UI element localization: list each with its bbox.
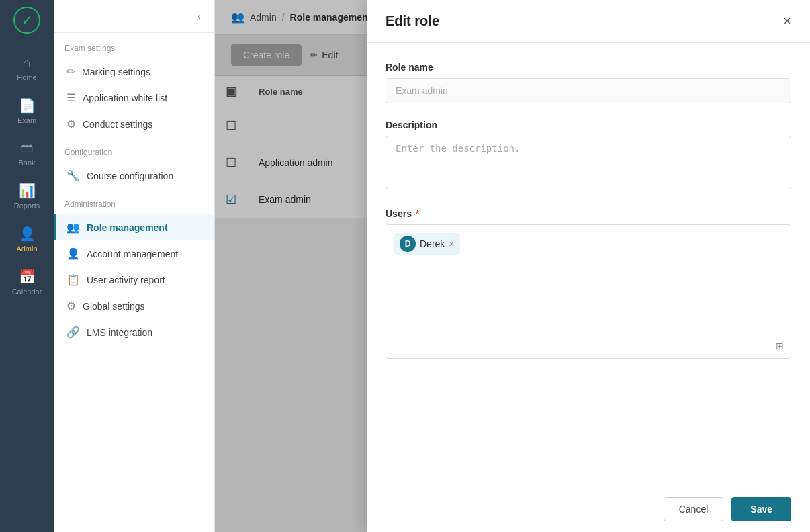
modal-overlay: Edit role × Role name Description (215, 0, 810, 532)
calendar-icon: 📅 (19, 269, 36, 285)
link-icon: 🔗 (66, 326, 80, 339)
user-tag-derek: D Derek × (394, 233, 460, 255)
role-name-label: Role name (386, 62, 791, 73)
modal-footer: Cancel Save (367, 486, 810, 532)
save-button[interactable]: Save (731, 497, 791, 521)
sidebar-section-label-exam: Exam settings (54, 33, 214, 58)
main-content: 👥 Admin / Role management Create role ✏ … (215, 0, 810, 532)
nav-label-admin: Admin (16, 245, 37, 253)
cancel-button[interactable]: Cancel (664, 497, 724, 521)
nav-label-reports: Reports (14, 202, 40, 210)
nav-label-calendar: Calendar (12, 287, 42, 296)
nav-item-admin[interactable]: 👤 Admin (0, 218, 54, 261)
nav-item-home[interactable]: ⌂ Home (0, 47, 54, 89)
users-field[interactable]: D Derek × ⊞ (386, 224, 791, 359)
sidebar-item-conduct-settings[interactable]: ⚙ Conduct settings (54, 111, 214, 137)
bank-icon: 🗃 (20, 140, 34, 156)
admin-icon: 👤 (19, 226, 36, 242)
modal-close-button[interactable]: × (783, 13, 791, 29)
avatar-derek: D (400, 236, 416, 252)
home-icon: ⌂ (23, 55, 31, 71)
users-icon: 👥 (66, 221, 80, 234)
nav-item-calendar[interactable]: 📅 Calendar (0, 261, 54, 304)
nav-label-bank: Bank (18, 159, 35, 167)
user-icon: 👤 (66, 247, 80, 260)
sidebar: ‹ Exam settings ✏ Marking settings ☰ App… (54, 0, 215, 532)
nav-label-home: Home (17, 73, 36, 81)
exam-icon: 📄 (19, 97, 36, 114)
sidebar-section-configuration: Configuration 🔧 Course configuration (54, 137, 214, 189)
sidebar-header: ‹ (54, 0, 214, 33)
app-logo: ✓ (13, 7, 40, 34)
sidebar-section-label-admin: Administration (54, 189, 214, 214)
sidebar-item-global-settings[interactable]: ⚙ Global settings (54, 293, 214, 319)
sidebar-item-role-management[interactable]: 👥 Role management (54, 214, 214, 240)
form-group-description: Description (386, 120, 791, 192)
sidebar-section-administration: Administration 👥 Role management 👤 Accou… (54, 189, 214, 345)
wrench-icon: 🔧 (66, 169, 80, 182)
description-label: Description (386, 120, 791, 130)
report-icon: 📋 (66, 273, 80, 286)
role-name-input[interactable] (386, 78, 791, 103)
list-icon: ☰ (66, 91, 76, 104)
description-textarea[interactable] (386, 136, 791, 189)
sidebar-item-application-white-list[interactable]: ☰ Application white list (54, 85, 214, 111)
reports-icon: 📊 (19, 183, 36, 199)
sidebar-item-user-activity-report[interactable]: 📋 User activity report (54, 267, 214, 293)
edit-role-panel: Edit role × Role name Description (367, 0, 810, 532)
nav-bar: ✓ ⌂ Home 📄 Exam 🗃 Bank 📊 Reports 👤 Admin… (0, 0, 54, 532)
modal-body: Role name Description Users * (367, 43, 810, 486)
nav-item-reports[interactable]: 📊 Reports (0, 175, 54, 218)
users-required-star: * (416, 208, 419, 219)
sidebar-item-account-management[interactable]: 👤 Account management (54, 240, 214, 267)
sidebar-item-lms-integration[interactable]: 🔗 LMS integration (54, 319, 214, 345)
user-tag-remove-derek[interactable]: × (449, 238, 454, 249)
form-group-role-name: Role name (386, 62, 791, 103)
nav-item-bank[interactable]: 🗃 Bank (0, 132, 54, 175)
nav-label-exam: Exam (17, 116, 36, 124)
settings-icon: ⚙ (66, 300, 76, 312)
users-field-expand-icon: ⊞ (776, 341, 784, 351)
pencil-icon: ✏ (66, 65, 75, 78)
sidebar-collapse-button[interactable]: ‹ (195, 8, 204, 24)
nav-item-exam[interactable]: 📄 Exam (0, 89, 54, 132)
form-group-users: Users * D Derek × ⊞ (386, 208, 791, 359)
sidebar-item-marking-settings[interactable]: ✏ Marking settings (54, 58, 214, 85)
modal-header: Edit role × (367, 0, 810, 43)
gear-icon: ⚙ (66, 118, 76, 130)
user-tag-name-derek: Derek (420, 238, 445, 249)
sidebar-section-label-config: Configuration (54, 137, 214, 163)
sidebar-item-course-configuration[interactable]: 🔧 Course configuration (54, 163, 214, 189)
sidebar-section-exam-settings: Exam settings ✏ Marking settings ☰ Appli… (54, 33, 214, 137)
users-label: Users * (386, 208, 791, 219)
modal-title: Edit role (386, 13, 439, 29)
